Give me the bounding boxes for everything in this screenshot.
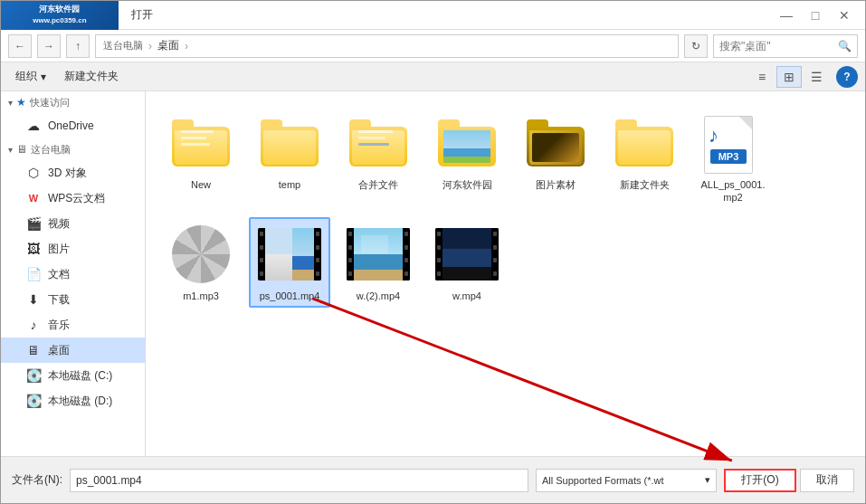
list-item[interactable]: 合并文件 xyxy=(338,106,419,210)
sidebar-item-documents[interactable]: 📄 文档 xyxy=(1,262,145,287)
help-button[interactable]: ? xyxy=(836,66,858,88)
maximize-button[interactable]: □ xyxy=(802,6,829,24)
sidebar-item-desktop[interactable]: 🖥 桌面 xyxy=(1,338,145,363)
folder-new-icon xyxy=(169,111,233,175)
onedrive-icon: ☁ xyxy=(26,119,41,133)
3d-icon: ⬡ xyxy=(26,166,41,180)
dialog-title: 打开 xyxy=(131,7,153,23)
filetype-arrow: ▾ xyxy=(705,474,710,486)
list-item[interactable]: w.(2).mp4 xyxy=(338,217,419,308)
up-button[interactable]: ↑ xyxy=(66,34,90,58)
forward-button[interactable]: → xyxy=(37,34,61,58)
desktop-icon: 🖥 xyxy=(26,343,41,357)
search-icon: 🔍 xyxy=(838,40,852,52)
minimize-button[interactable]: — xyxy=(773,6,800,24)
list-item[interactable]: 河东软件园 xyxy=(426,106,508,210)
folder-temp-icon xyxy=(258,111,321,175)
details-view-button[interactable]: ☰ xyxy=(804,66,829,88)
filetype-dropdown[interactable]: All Supported Formats (*.wt ▾ xyxy=(536,469,717,492)
new-folder-button[interactable]: 新建文件夹 xyxy=(57,66,126,88)
file-area: New temp xyxy=(146,91,865,456)
list-item[interactable]: ps_0001.mp4 xyxy=(249,217,330,308)
folder-new2-icon xyxy=(613,111,676,175)
documents-icon: 📄 xyxy=(26,267,41,281)
sidebar-item-wps[interactable]: W WPS云文档 xyxy=(1,185,145,211)
filetype-value: All Supported Formats (*.wt xyxy=(542,475,664,486)
search-box[interactable]: 🔍 xyxy=(713,34,858,58)
path-current: 桌面 xyxy=(157,38,179,53)
sidebar-item-onedrive[interactable]: ☁ OneDrive xyxy=(1,113,145,138)
pictures-icon: 🖼 xyxy=(26,242,41,256)
app-logo: 河东软件园www.pc0359.cn xyxy=(1,1,119,30)
toolbar: 组织 ▾ 新建文件夹 ≡ ⊞ ☰ ? xyxy=(1,62,865,91)
sidebar-item-local-c[interactable]: 💽 本地磁盘 (C:) xyxy=(1,363,145,388)
list-item[interactable]: New xyxy=(160,106,242,210)
mp3-icon: ♪ MP3 xyxy=(701,111,765,175)
disk-d-icon: 💽 xyxy=(26,394,41,408)
folder-merge-icon xyxy=(347,111,410,175)
downloads-icon: ⬇ xyxy=(26,292,41,307)
sidebar-item-pictures[interactable]: 🖼 图片 xyxy=(1,236,145,262)
folder-hd-icon xyxy=(435,111,499,175)
view-buttons: ≡ ⊞ ☰ ? xyxy=(749,66,858,88)
organize-button[interactable]: 组织 ▾ xyxy=(8,66,53,88)
video-w-icon xyxy=(435,223,499,286)
sidebar-item-local-d[interactable]: 💽 本地磁盘 (D:) xyxy=(1,388,145,414)
sidebar-item-downloads[interactable]: ⬇ 下载 xyxy=(1,287,145,312)
cancel-button[interactable]: 取消 xyxy=(800,469,854,492)
close-button[interactable]: ✕ xyxy=(831,6,858,24)
title-bar: 河东软件园www.pc0359.cn 打开 — □ ✕ xyxy=(1,1,865,30)
sidebar: ▾ ★ 快速访问 ☁ OneDrive ▾ 🖥 这台电脑 ⬡ 3D 对象 W W… xyxy=(1,91,146,456)
sidebar-item-videos[interactable]: 🎬 视频 xyxy=(1,211,145,236)
address-path[interactable]: 送台电脑 › 桌面 › xyxy=(95,34,679,58)
bottom-bar: 文件名(N): All Supported Formats (*.wt ▾ 打开… xyxy=(1,456,865,503)
list-item[interactable]: 图片素材 xyxy=(515,106,596,210)
list-item[interactable]: temp xyxy=(249,106,330,210)
list-item[interactable]: ♪ MP3 ALL_ps_0001.mp2 xyxy=(692,106,774,210)
list-item[interactable]: w.mp4 xyxy=(426,217,508,308)
filename-label: 文件名(N): xyxy=(12,472,62,488)
filename-input[interactable] xyxy=(70,469,528,492)
search-input[interactable] xyxy=(719,40,834,52)
sidebar-item-music[interactable]: ♪ 音乐 xyxy=(1,312,145,338)
refresh-button[interactable]: ↻ xyxy=(684,34,708,58)
open-file-dialog: 河东软件园www.pc0359.cn 打开 — □ ✕ ← → ↑ 送台电脑 ›… xyxy=(0,0,866,504)
file-grid: New temp xyxy=(160,106,851,308)
organize-arrow: ▾ xyxy=(41,71,46,83)
open-button[interactable]: 打开(O) xyxy=(724,469,796,492)
quick-access-header: ▾ ★ 快速访问 xyxy=(1,91,145,113)
disk-c-icon: 💽 xyxy=(26,368,41,383)
folder-imgmat-icon xyxy=(524,111,587,175)
new-folder-label: 新建文件夹 xyxy=(64,69,119,84)
content-view-button[interactable]: ⊞ xyxy=(776,66,802,88)
this-pc-header: ▾ 🖥 这台电脑 xyxy=(1,138,145,160)
wps-icon: W xyxy=(26,193,41,204)
organize-label: 组织 xyxy=(15,69,37,84)
address-bar: ← → ↑ 送台电脑 › 桌面 › ↻ 🔍 xyxy=(1,30,865,62)
list-view-button[interactable]: ≡ xyxy=(749,66,775,88)
back-button[interactable]: ← xyxy=(8,34,32,58)
video-nav-icon: 🎬 xyxy=(26,216,41,231)
main-content: ▾ ★ 快速访问 ☁ OneDrive ▾ 🖥 这台电脑 ⬡ 3D 对象 W W… xyxy=(1,91,865,456)
sidebar-item-3d[interactable]: ⬡ 3D 对象 xyxy=(1,160,145,185)
video-ps0001-icon xyxy=(258,223,321,286)
music-icon: ♪ xyxy=(26,318,41,332)
list-item[interactable]: 新建文件夹 xyxy=(604,106,685,210)
action-buttons: 打开(O) 取消 xyxy=(724,469,854,492)
audio-icon xyxy=(169,223,233,286)
list-item[interactable]: m1.mp3 xyxy=(160,217,242,308)
video-w2-icon xyxy=(347,223,410,286)
path-root: 送台电脑 xyxy=(103,39,143,52)
